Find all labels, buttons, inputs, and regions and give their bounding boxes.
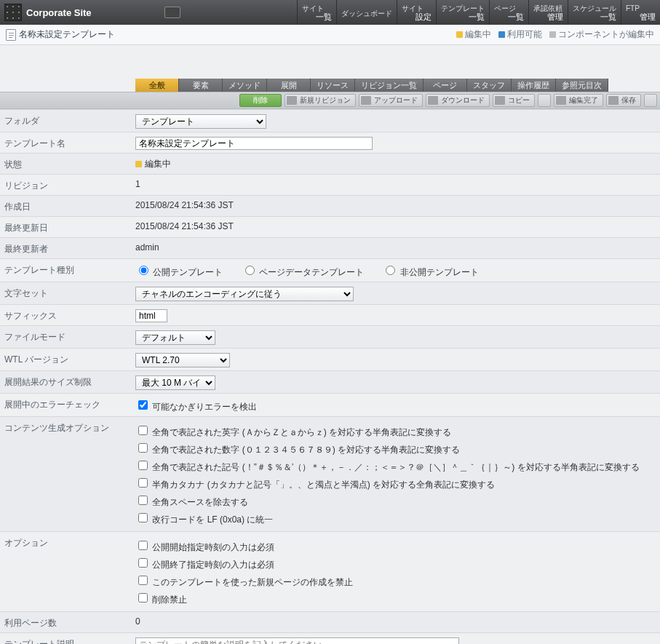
tab-deploy[interactable]: 展開 xyxy=(267,79,311,92)
page-title: 名称未設定テンプレート xyxy=(19,28,115,41)
pagecount-value: 0 xyxy=(135,615,656,627)
suffix-input[interactable] xyxy=(135,309,167,322)
sizelimit-select[interactable]: 最大 10 M バイト xyxy=(135,375,215,390)
tab-pages[interactable]: ページ xyxy=(424,79,467,92)
extra-action-icon[interactable] xyxy=(644,94,657,107)
contentgen-opt-alpha[interactable]: 全角で表記された英字 (ＡからＺとａからｚ) を対応する半角表記に変換する xyxy=(135,424,656,439)
template-kind-label: テンプレート種別 xyxy=(4,262,135,277)
download-button[interactable]: ダウンロード xyxy=(426,94,490,107)
charset-label: 文字セット xyxy=(4,285,135,300)
contentgen-label: コンテンツ生成オプション xyxy=(4,420,135,434)
tab-history[interactable]: 操作履歴 xyxy=(512,79,556,92)
sizelimit-label: 展開結果のサイズ制限 xyxy=(4,374,135,389)
tab-staff[interactable]: スタッフ xyxy=(467,79,512,92)
options-label: オプション xyxy=(4,535,135,549)
legend-available: 利用可能 xyxy=(498,28,542,41)
finish-edit-icon xyxy=(556,96,566,105)
copy-button[interactable]: コピー xyxy=(493,94,535,107)
charset-select[interactable]: チャネルのエンコーディングに従う xyxy=(135,287,354,301)
nav-approval[interactable]: 承認依頼 管理 xyxy=(528,0,568,25)
folder-label: フォルダ xyxy=(4,113,135,127)
template-name-label: テンプレート名 xyxy=(4,135,135,150)
new-revision-button[interactable]: 新規リビジョン xyxy=(285,94,356,107)
revision-label: リビジョン xyxy=(4,178,135,192)
legend-editing: 編集中 xyxy=(456,28,491,41)
contentgen-opt-space[interactable]: 全角スペースを除去する xyxy=(135,493,656,509)
nav-template-list[interactable]: テンプレート 一覧 xyxy=(436,0,489,25)
pagecount-label: 利用ページ数 xyxy=(4,615,135,629)
status-legend: 編集中 利用可能 コンポーネントが編集中 xyxy=(456,28,654,41)
nav-page-list[interactable]: ページ 一覧 xyxy=(489,0,528,25)
upload-button[interactable]: アップロード xyxy=(359,94,423,107)
appbar-spacer xyxy=(99,0,186,25)
new-revision-icon xyxy=(287,96,297,105)
site-name: Corporate Site xyxy=(26,7,92,18)
updated-value: 2015/08/24 21:54:36 JST xyxy=(135,220,656,231)
options-opt-pubstart[interactable]: 公開開始指定時刻の入力は必須 xyxy=(135,538,656,554)
wtl-select[interactable]: WTL 2.70 xyxy=(135,353,230,367)
options-opt-pubend[interactable]: 公開終了指定時刻の入力は必須 xyxy=(135,556,656,571)
state-icon xyxy=(135,161,142,167)
template-doc-icon xyxy=(6,29,16,41)
suffix-label: サフィックス xyxy=(4,308,135,322)
options-opt-nodelete[interactable]: 削除禁止 xyxy=(135,591,656,606)
contentgen-opt-lf[interactable]: 改行コードを LF (0x0a) に統一 xyxy=(135,511,656,526)
contentgen-opt-symbol[interactable]: 全角で表記された記号 (！”＃＄％＆’（）＊＋，－．／：；＜＝＞？＠［＼］＾＿｀… xyxy=(135,458,656,474)
description-label: テンプレート説明 xyxy=(4,636,135,644)
nav-ftp[interactable]: FTP 管理 xyxy=(621,0,660,25)
revision-value: 1 xyxy=(135,178,656,189)
delete-button[interactable]: 削除 xyxy=(239,94,282,107)
appbar: Corporate Site サイト 一覧 ダッシュボード サイト 設定 テンプ… xyxy=(0,0,660,25)
save-button[interactable]: 保存 xyxy=(606,94,641,107)
template-kind-pagedata[interactable]: ページデータテンプレート xyxy=(242,267,364,277)
site-brand[interactable]: Corporate Site xyxy=(0,0,99,25)
appnav: サイト 一覧 ダッシュボード サイト 設定 テンプレート 一覧 ページ 一覧 承… xyxy=(297,0,660,25)
upload-icon xyxy=(361,96,371,105)
errcheck-option[interactable]: 可能なかぎりエラーを検出 xyxy=(135,402,257,412)
tab-resources[interactable]: リソース xyxy=(311,79,355,92)
legend-component-editing: コンポーネントが編集中 xyxy=(549,28,654,41)
folder-select[interactable]: テンプレート xyxy=(135,114,266,129)
tab-elements[interactable]: 要素 xyxy=(179,79,223,92)
state-label: 状態 xyxy=(4,156,135,171)
updater-value: admin xyxy=(135,241,656,253)
save-icon xyxy=(608,96,619,105)
filemode-label: ファイルモード xyxy=(4,329,135,343)
nav-schedule[interactable]: スケジュール 一覧 xyxy=(568,0,621,25)
contentgen-opt-digit[interactable]: 全角で表記された数字 (０１２３４５６７８９) を対応する半角表記に変換する xyxy=(135,441,656,456)
logo-icon xyxy=(4,4,22,21)
tab-general[interactable]: 全般 xyxy=(135,79,179,92)
updated-label: 最終更新日 xyxy=(4,220,135,234)
state-value: 編集中 xyxy=(145,159,171,169)
preview-thumb-icon[interactable] xyxy=(164,7,180,18)
breadcrumb: 名称未設定テンプレート 編集中 利用可能 コンポーネントが編集中 xyxy=(0,25,660,45)
filemode-select[interactable]: デフォルト xyxy=(135,330,215,345)
tab-references[interactable]: 参照元目次 xyxy=(556,79,608,92)
finish-edit-button[interactable]: 編集完了 xyxy=(554,94,603,107)
template-kind-public[interactable]: 公開テンプレート xyxy=(135,267,223,277)
errcheck-label: 展開中のエラーチェック xyxy=(4,397,135,411)
description-textarea[interactable] xyxy=(135,637,459,644)
clipboard-icon[interactable] xyxy=(538,94,551,107)
download-icon xyxy=(428,96,438,105)
template-kind-private[interactable]: 非公開テンプレート xyxy=(382,267,478,277)
nav-dashboard[interactable]: ダッシュボード xyxy=(336,0,397,25)
copy-icon xyxy=(495,96,505,105)
actions-bar: 削除 新規リビジョン アップロード ダウンロード コピー 編集完了 保存 xyxy=(0,92,660,109)
template-form: フォルダ テンプレート テンプレート名 状態 編集中 リビジョン 1 作成日 2… xyxy=(0,109,660,644)
nav-site-list[interactable]: サイト 一覧 xyxy=(297,0,336,25)
contentgen-opt-kana[interactable]: 半角カタカナ (カタカナと記号「」。、と濁点と半濁点) を対応する全角表記に変換… xyxy=(135,476,656,491)
updater-label: 最終更新者 xyxy=(4,241,135,255)
nav-site-settings[interactable]: サイト 設定 xyxy=(397,0,436,25)
tab-methods[interactable]: メソッド xyxy=(223,79,267,92)
created-label: 作成日 xyxy=(4,199,135,213)
tabs: 全般 要素 メソッド 展開 リソース リビジョン一覧 ページ スタッフ 操作履歴… xyxy=(0,79,660,92)
options-opt-nonewpage[interactable]: このテンプレートを使った新規ページの作成を禁止 xyxy=(135,573,656,589)
tab-revision-list[interactable]: リビジョン一覧 xyxy=(355,79,424,92)
wtl-label: WTL バージョン xyxy=(4,351,135,366)
template-name-input[interactable] xyxy=(135,137,373,150)
created-value: 2015/08/24 21:54:36 JST xyxy=(135,199,656,210)
